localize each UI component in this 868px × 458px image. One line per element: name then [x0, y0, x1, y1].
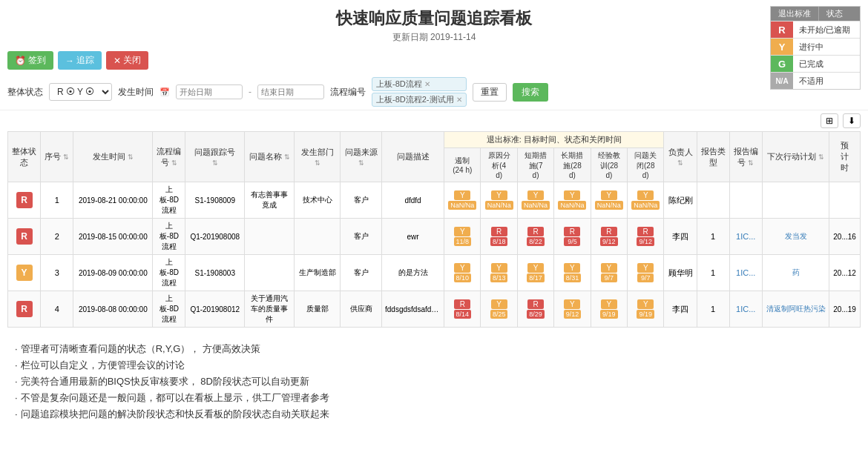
- cell-close-col: R9/12: [628, 219, 664, 255]
- toolbar: ⏰ 签到 → 追踪 ✕ 关闭: [0, 47, 868, 74]
- th-plan-time: 预计时: [829, 132, 861, 182]
- flow-tag-2-text: 上板-8D流程2-测试用: [376, 94, 454, 105]
- cell-dept: 生产制造部: [295, 255, 341, 291]
- flow-tag-2-remove[interactable]: ✕: [456, 96, 462, 104]
- status-filter-label: 整体状态: [7, 86, 43, 99]
- cell-next-action: 发当发: [762, 219, 829, 255]
- status-badge: R: [16, 301, 33, 317]
- cell-owner: 李四: [664, 291, 697, 328]
- footer-bullet-3: 完美符合通用最新的BIQS快反审核要求， 8D阶段状态可以自动更新: [15, 375, 853, 388]
- legend-na-text: 不适用: [793, 74, 860, 88]
- cell-exp: R9/12: [591, 219, 627, 255]
- table-row: R 1 2019-08-21 00:00:00 上板-8D流程 S1-19080…: [8, 182, 861, 219]
- close-label: 关闭: [123, 54, 141, 67]
- cell-desc: 的是方法: [382, 255, 444, 291]
- legend-box: 退出标准 状态 R 未开始/已逾期 Y 进行中 G 已完成 N/A 不适用: [770, 6, 861, 90]
- cell-owner: 顾华明: [664, 255, 697, 291]
- end-date-input[interactable]: [257, 84, 324, 99]
- cell-track: Q1-201908008: [185, 219, 245, 255]
- cell-exp: Y9/19: [591, 291, 627, 328]
- status-badge: R: [16, 228, 33, 245]
- legend-y-badge: Y: [771, 39, 793, 55]
- cell-flow: 上板-8D流程: [153, 291, 185, 328]
- cell-next-action: 清返制阿旺热污染: [762, 291, 829, 328]
- cell-next-action: [762, 182, 829, 219]
- legend-g-text: 已完成: [793, 57, 860, 71]
- status-filter-select[interactable]: R ⦿ Y ⦿: [49, 83, 112, 101]
- cell-seq: 3: [41, 255, 73, 291]
- cell-close-col: YNaN/Na: [628, 182, 664, 219]
- cell-contain: Y8/10: [444, 255, 481, 291]
- cell-dept: [295, 219, 341, 255]
- cell-report-no: 1IC...: [729, 291, 762, 328]
- cell-exp: YNaN/Na: [591, 182, 627, 219]
- download-icon[interactable]: ⬇: [843, 113, 861, 128]
- cell-seq: 2: [41, 219, 73, 255]
- th-temp: 短期措施(7d): [517, 148, 553, 182]
- th-source: 问题来源⇅: [341, 132, 382, 182]
- status-badge: R: [16, 192, 33, 208]
- cell-name: [245, 219, 295, 255]
- th-analysis: 原因分析(4d): [481, 148, 517, 182]
- th-time: 发生时间 ⇅: [73, 132, 153, 182]
- legend-g-badge: G: [771, 56, 793, 72]
- update-date: 更新日期 2019-11-14: [0, 31, 868, 44]
- cell-plan-time: [829, 182, 861, 219]
- cell-desc: ewr: [382, 219, 444, 255]
- th-flow: 流程编号 ⇅: [153, 132, 185, 182]
- time-filter-label: 发生时间: [118, 86, 154, 99]
- cell-status: R: [8, 219, 41, 255]
- th-long: 长期措施(28d): [554, 148, 591, 182]
- th-desc: 问题描述: [382, 132, 444, 182]
- cell-time: 2019-08-09 00:00:00: [73, 255, 153, 291]
- cell-flow: 上板-8D流程: [153, 182, 185, 219]
- cell-status: Y: [8, 255, 41, 291]
- cell-temp: R8/29: [517, 291, 553, 328]
- cell-plan-time: 20...19: [829, 291, 861, 328]
- cell-analysis: Y8/25: [481, 291, 517, 328]
- cell-close-col: Y9/19: [628, 291, 664, 328]
- cell-analysis: YNaN/Na: [481, 182, 517, 219]
- page-title: 快速响应质量问题追踪看板: [0, 7, 868, 30]
- cell-report-no: 1IC...: [729, 219, 762, 255]
- cell-name: [245, 255, 295, 291]
- cell-plan-time: 20...12: [829, 255, 861, 291]
- date-dash: -: [249, 87, 251, 97]
- cell-plan-time: 20...16: [829, 219, 861, 255]
- close-button[interactable]: ✕ 关闭: [106, 51, 148, 70]
- columns-icon[interactable]: ⊞: [821, 113, 838, 128]
- track-icon: →: [65, 56, 74, 66]
- legend-r-text: 未开始/已逾期: [793, 23, 860, 37]
- cell-track: S1-1908009: [185, 182, 245, 219]
- cell-flow: 上板-8D流程: [153, 219, 185, 255]
- cell-status: R: [8, 182, 41, 219]
- cell-owner: 李四: [664, 219, 697, 255]
- cell-next-action: 药: [762, 255, 829, 291]
- main-table: 整体状态 序号 ⇅ 发生时间 ⇅ 流程编号 ⇅ 问题跟踪号⇅ 问题名称 ⇅ 发生…: [7, 131, 861, 328]
- th-contain: 遏制(24 h): [444, 148, 481, 182]
- track-button[interactable]: → 追踪: [58, 51, 102, 70]
- cell-track: S1-1908003: [185, 255, 245, 291]
- flow-tag-1-remove[interactable]: ✕: [424, 80, 430, 88]
- clock-icon: ⏰: [15, 56, 26, 66]
- search-button[interactable]: 搜索: [513, 83, 548, 102]
- sign-label: 签到: [28, 54, 46, 67]
- cell-temp: R8/22: [517, 219, 553, 255]
- footer-bullet-4: 不管是复杂问题还是一般问题，都可以在看板上显示，供工厂管理者参考: [15, 391, 853, 405]
- cell-long: R9/5: [554, 219, 591, 255]
- cell-source: 供应商: [341, 291, 382, 328]
- cell-report-type: 1: [697, 291, 729, 328]
- reset-button[interactable]: 重置: [473, 83, 507, 102]
- footer-bullet-1: 管理者可清晰查看问题的状态（R,Y,G）， 方便高效决策: [15, 342, 853, 356]
- cell-source: 客户: [341, 255, 382, 291]
- footer-bullet-5: 问题追踪模块把问题的解决阶段状态和快反看板的阶段状态自动关联起来: [15, 408, 853, 421]
- page-header: 快速响应质量问题追踪看板 更新日期 2019-11-14: [0, 0, 868, 47]
- cell-report-type: 1: [697, 255, 729, 291]
- cell-source: 客户: [341, 219, 382, 255]
- start-date-input[interactable]: [176, 84, 243, 99]
- th-exp: 经验教训(28d): [591, 148, 627, 182]
- cell-report-no: [729, 182, 762, 219]
- sign-button[interactable]: ⏰ 签到: [7, 51, 53, 70]
- flow-code-tags: 上板-8D流程 ✕ 上板-8D流程2-测试用 ✕: [372, 77, 467, 107]
- table-wrapper: ⊞ ⬇ 整体状态 序号 ⇅ 发生时间 ⇅ 流程编号 ⇅ 问题跟踪号⇅ 问题名称 …: [0, 110, 868, 331]
